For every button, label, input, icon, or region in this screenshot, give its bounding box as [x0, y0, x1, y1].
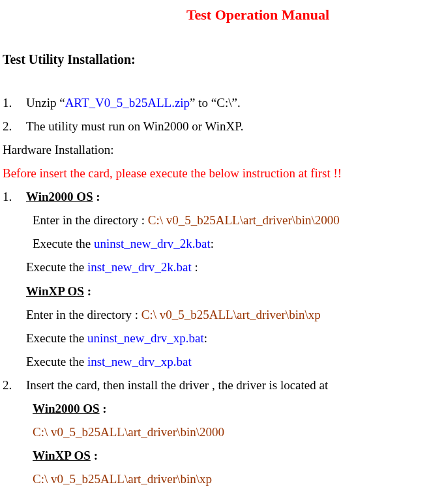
os-label-win2000: Win2000 OS — [26, 190, 93, 203]
text-prefix: Execute the — [33, 237, 94, 250]
execute-inst-xp: Execute the inst_new_drv_xp.bat — [3, 350, 441, 374]
space-colon: : — [192, 260, 198, 274]
os-label-win2000: Win2000 OS — [33, 402, 100, 415]
hardware-step-2: 2. Insert the card, then install the dri… — [3, 374, 441, 397]
step-content: The utility must run on Win2000 or WinXP… — [26, 115, 441, 138]
install-step-2: 2. The utility must run on Win2000 or Wi… — [3, 115, 441, 138]
text-prefix: Unzip “ — [26, 96, 65, 110]
text-prefix: Execute the — [26, 355, 87, 368]
os-heading-win2000-2: Win2000 OS : — [3, 397, 441, 421]
colon: : — [100, 402, 107, 415]
install-step-1: 1. Unzip “ART_V0_5_b25ALL.zip” to “C:\”. — [3, 91, 441, 115]
directory-path: C:\ v0_5_b25ALL\art_driver\bin\2000 — [148, 213, 340, 227]
colon: : — [211, 237, 214, 250]
driver-path-winxp: C:\ v0_5_b25ALL\art_driver\bin\xp — [3, 467, 441, 491]
enter-directory-winxp: Enter in the directory : C:\ v0_5_b25ALL… — [3, 303, 441, 327]
text-prefix: Execute the — [26, 331, 87, 345]
execute-uninst-2k: Execute the uninst_new_drv_2k.bat: — [3, 232, 441, 256]
text-suffix: ” to “C:\”. — [190, 96, 241, 110]
os-label-winxp: WinXP OS — [33, 449, 91, 462]
warning-text: Before insert the card, please execute t… — [3, 162, 441, 185]
step-number: 2. — [3, 374, 26, 397]
step-number: 2. — [3, 115, 26, 138]
hardware-step-1: 1. Win2000 OS : — [3, 185, 441, 209]
hardware-heading: Hardware Installation: — [3, 138, 441, 162]
document-title: Test Operation Manual — [3, 1, 441, 29]
os-heading-winxp-2: WinXP OS : — [3, 444, 441, 467]
text-prefix: Enter in the directory : — [26, 308, 141, 321]
text-prefix: Enter in the directory : — [33, 213, 148, 227]
os-heading-winxp: WinXP OS : — [3, 280, 441, 303]
batch-file: inst_new_drv_xp.bat — [87, 355, 192, 368]
batch-file: uninst_new_drv_2k.bat — [94, 237, 211, 250]
os-label-winxp: WinXP OS — [26, 284, 84, 298]
text-prefix: Execute the — [26, 260, 87, 274]
zip-filename: ART_V0_5_b25ALL.zip — [65, 96, 190, 110]
colon: : — [84, 284, 91, 298]
execute-inst-2k: Execute the inst_new_drv_2k.bat : — [3, 256, 441, 279]
directory-path: C:\ v0_5_b25ALL\art_driver\bin\xp — [141, 308, 321, 321]
step-content: Win2000 OS : — [26, 185, 441, 209]
step-number: 1. — [3, 91, 26, 115]
colon: : — [93, 190, 100, 203]
batch-file: inst_new_drv_2k.bat — [87, 260, 192, 274]
execute-uninst-xp: Execute the uninst_new_drv_xp.bat: — [3, 327, 441, 350]
batch-file: uninst_new_drv_xp.bat — [87, 331, 204, 345]
step-content: Insert the card, then install the driver… — [26, 374, 441, 397]
step-number: 1. — [3, 185, 26, 209]
step-content: Unzip “ART_V0_5_b25ALL.zip” to “C:\”. — [26, 91, 441, 115]
colon: : — [204, 331, 207, 345]
driver-path-win2000: C:\ v0_5_b25ALL\art_driver\bin\2000 — [3, 421, 441, 444]
enter-directory-win2000: Enter in the directory : C:\ v0_5_b25ALL… — [3, 209, 441, 232]
colon: : — [91, 449, 98, 462]
section-heading-install: Test Utility Installation: — [3, 47, 441, 72]
